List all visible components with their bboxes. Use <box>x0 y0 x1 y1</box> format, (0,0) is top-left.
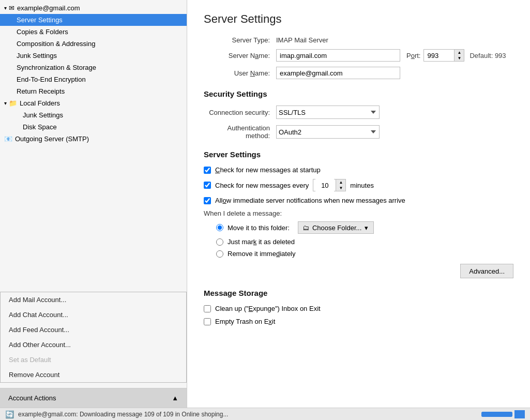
empty-trash-label: Empty Trash on Exit <box>215 318 275 325</box>
sidebar-label-outgoing-smtp: Outgoing Server (SMTP) <box>15 135 89 143</box>
server-name-row: Server Name: Port: ▲ ▼ Default: 993 <box>204 49 513 62</box>
sidebar-item-junk-settings[interactable]: Junk Settings <box>0 50 187 62</box>
sidebar-item-server-settings[interactable]: Server Settings <box>0 14 187 26</box>
status-bar: 🔄 example@gmail.com: Downloading message… <box>0 408 530 420</box>
move-to-folder-radio[interactable] <box>216 224 223 231</box>
dropdown-add-feed[interactable]: Add Feed Account... <box>1 322 186 337</box>
username-input[interactable] <box>276 67 400 79</box>
dropdown-remove-account[interactable]: Remove Account <box>1 367 186 382</box>
allow-notifications-label: Allow immediate server notifications whe… <box>215 197 405 204</box>
clean-up-row: Clean up ("Expunge") Inbox on Exit <box>204 305 513 312</box>
remove-immediately-radio[interactable] <box>216 250 223 258</box>
port-up-button[interactable]: ▲ <box>455 50 464 55</box>
remove-immediately-row: Remove it immediately <box>216 250 513 258</box>
sidebar-label-local-junk: Junk Settings <box>23 111 63 119</box>
minutes-up-button[interactable]: ▲ <box>336 179 345 185</box>
just-mark-radio[interactable] <box>216 238 223 246</box>
account-email-label: example@gmail.com <box>17 4 80 12</box>
port-down-button[interactable]: ▼ <box>455 55 464 61</box>
check-every-suffix: minutes <box>350 182 374 189</box>
just-mark-row: Just mark it as deleted <box>216 238 513 246</box>
username-row: User Name: <box>204 67 513 79</box>
just-mark-label: Just mark it as deleted <box>228 238 295 246</box>
account-actions-dropdown: Add Mail Account... Add Chat Account... … <box>0 292 187 383</box>
check-every-checkbox[interactable] <box>204 182 211 189</box>
sidebar-item-disk-space[interactable]: Disk Space <box>0 121 187 133</box>
choose-folder-label: Choose Folder... <box>312 224 361 232</box>
server-type-label: Server Type: <box>204 36 276 44</box>
port-label: Port: <box>400 52 423 59</box>
sidebar-label-server-settings: Server Settings <box>17 16 63 24</box>
delete-radio-group: Move it to this folder: 🗂 Choose Folder.… <box>216 221 513 258</box>
check-startup-row: Check for new messages at startup <box>204 166 513 174</box>
email-icon: ✉ <box>9 4 14 12</box>
port-row: ▲ ▼ <box>423 49 464 62</box>
sidebar-item-local-junk[interactable]: Junk Settings <box>0 109 187 121</box>
folder-icon-btn: 🗂 <box>302 224 309 232</box>
auth-method-select[interactable]: OAuth2 Normal password Encrypted passwor… <box>276 125 380 139</box>
advanced-button[interactable]: Advanced... <box>460 264 513 278</box>
sidebar-item-outgoing-smtp[interactable]: 📧 Outgoing Server (SMTP) <box>0 133 187 145</box>
check-every-minutes-input[interactable] <box>315 179 334 191</box>
sidebar-label-local-folders: Local Folders <box>20 99 60 107</box>
clean-up-checkbox[interactable] <box>204 305 211 312</box>
status-progress <box>481 410 525 418</box>
sidebar-label-disk-space: Disk Space <box>23 123 57 131</box>
sidebar-label-sync-storage: Synchronization & Storage <box>17 64 96 71</box>
port-input[interactable] <box>423 49 455 62</box>
server-name-label: Server Name: <box>204 52 276 59</box>
sidebar-item-local-folders[interactable]: ▾ 📁 Local Folders <box>0 97 187 109</box>
choose-folder-chevron-icon: ▾ <box>365 224 368 232</box>
minutes-down-button[interactable]: ▼ <box>336 185 345 191</box>
dropdown-add-mail[interactable]: Add Mail Account... <box>1 292 186 307</box>
expand-arrow-icon: ▾ <box>4 5 7 11</box>
sidebar-label-junk-settings: Junk Settings <box>17 52 57 59</box>
server-name-input[interactable] <box>276 49 400 62</box>
allow-notifications-checkbox[interactable] <box>204 197 211 204</box>
auth-method-row: Authentication method: OAuth2 Normal pas… <box>204 124 513 140</box>
progress-stop-button[interactable] <box>514 410 525 418</box>
sidebar-item-account[interactable]: ▾ ✉ example@gmail.com <box>0 2 187 14</box>
dropdown-set-default: Set as Default <box>1 352 186 367</box>
sidebar-label-end-to-end: End-To-End Encryption <box>17 76 86 83</box>
message-storage-heading: Message Storage <box>204 289 513 297</box>
account-actions-chevron-icon: ▲ <box>172 394 178 402</box>
sidebar-label-copies-folders: Copies & Folders <box>17 28 68 36</box>
server-type-row: Server Type: IMAP Mail Server <box>204 36 513 44</box>
sidebar-item-composition-addressing[interactable]: Composition & Addressing <box>0 38 187 50</box>
server-type-value: IMAP Mail Server <box>276 36 328 44</box>
sidebar: ▾ ✉ example@gmail.com Server Settings Co… <box>0 0 187 408</box>
main-content: Server Settings Server Type: IMAP Mail S… <box>187 0 530 408</box>
check-every-row: Check for new messages every ▲ ▼ minutes <box>204 179 513 191</box>
account-actions-button[interactable]: Account Actions ▲ <box>0 388 187 408</box>
check-startup-label: Check for new messages at startup <box>215 166 321 174</box>
security-section-heading: Security Settings <box>204 89 513 98</box>
sidebar-label-composition-addressing: Composition & Addressing <box>17 40 95 48</box>
progress-bar-fill <box>481 412 512 417</box>
empty-trash-checkbox[interactable] <box>204 318 211 325</box>
sidebar-item-copies-folders[interactable]: Copies & Folders <box>0 26 187 38</box>
move-to-folder-row: Move it to this folder: 🗂 Choose Folder.… <box>216 221 513 234</box>
choose-folder-button[interactable]: 🗂 Choose Folder... ▾ <box>298 221 374 234</box>
page-title: Server Settings <box>204 12 513 26</box>
expand-arrow-local-icon: ▾ <box>4 100 7 106</box>
minutes-spinner: ▲ ▼ <box>336 179 345 191</box>
connection-security-select[interactable]: SSL/TLS STARTTLS None <box>276 106 380 119</box>
empty-trash-row: Empty Trash on Exit <box>204 318 513 325</box>
account-actions-bar: Account Actions ▲ <box>0 388 187 408</box>
check-startup-checkbox[interactable] <box>204 167 211 174</box>
sidebar-item-end-to-end[interactable]: End-To-End Encryption <box>0 73 187 85</box>
dropdown-add-other[interactable]: Add Other Account... <box>1 337 186 352</box>
allow-notifications-row: Allow immediate server notifications whe… <box>204 197 513 204</box>
sidebar-item-sync-storage[interactable]: Synchronization & Storage <box>0 62 187 73</box>
sidebar-item-return-receipts[interactable]: Return Receipts <box>0 85 187 97</box>
smtp-icon: 📧 <box>4 135 12 143</box>
sidebar-label-return-receipts: Return Receipts <box>17 87 65 95</box>
when-delete-label: When I delete a message: <box>204 209 513 217</box>
port-spinner: ▲ ▼ <box>454 49 464 62</box>
username-label: User Name: <box>204 69 276 77</box>
port-default: Default: 993 <box>470 52 506 59</box>
dropdown-add-chat[interactable]: Add Chat Account... <box>1 307 186 322</box>
folder-icon: 📁 <box>9 99 17 107</box>
connection-security-label: Connection security: <box>204 109 276 116</box>
